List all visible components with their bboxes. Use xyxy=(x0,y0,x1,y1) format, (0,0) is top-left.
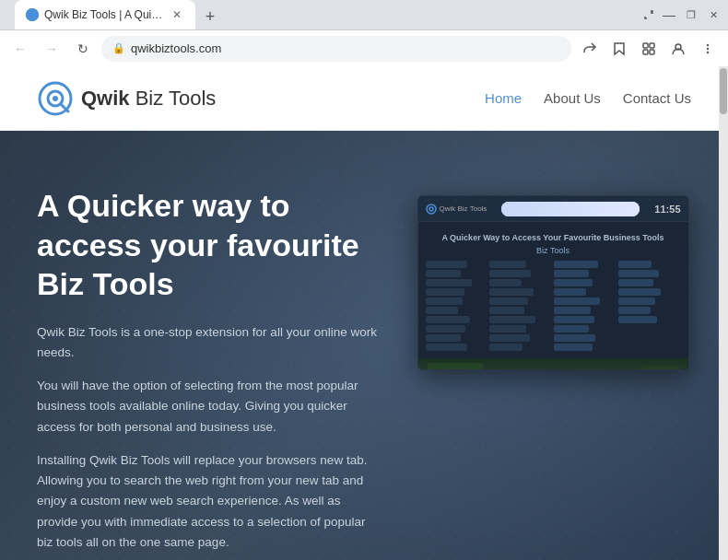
logo-normal: Biz Tools xyxy=(130,87,217,110)
window-controls: — ❐ ✕ xyxy=(643,7,721,22)
app-col-1 xyxy=(426,261,488,351)
svg-point-10 xyxy=(707,51,709,52)
svg-marker-2 xyxy=(615,43,624,54)
logo-text: Qwik Biz Tools xyxy=(81,87,216,111)
active-tab[interactable]: Qwik Biz Tools | A Quicker way t... ✕ xyxy=(15,0,195,29)
app-screenshot: Qwik Biz Tools 11:55 A Quicker Way to Ac… xyxy=(417,195,689,370)
nav-contact[interactable]: Contact Us xyxy=(623,90,691,106)
svg-point-8 xyxy=(707,43,709,45)
app-col-4 xyxy=(618,261,681,351)
hero-para2: You will have the option of selecting fr… xyxy=(37,376,378,438)
app-links-grid xyxy=(418,259,688,353)
tab-favicon xyxy=(26,8,39,21)
share-icon[interactable] xyxy=(577,36,603,62)
svg-point-1 xyxy=(30,13,34,17)
svg-point-13 xyxy=(53,96,58,101)
app-time: 11:55 xyxy=(654,204,680,215)
svg-point-15 xyxy=(427,204,436,214)
address-bar[interactable]: 🔒 qwikbiztools.com xyxy=(101,36,571,62)
nav-about[interactable]: About Us xyxy=(544,90,601,106)
expand-icon xyxy=(643,9,654,20)
refresh-button[interactable]: ↻ xyxy=(70,36,96,62)
back-button[interactable]: ← xyxy=(7,36,33,62)
hero-section: A Quicker way to access your favourite B… xyxy=(0,131,728,560)
bookmark-icon[interactable] xyxy=(606,36,632,62)
menu-icon[interactable] xyxy=(695,36,721,62)
svg-point-9 xyxy=(707,47,709,49)
site-header: Qwik Biz Tools Home About Us Contact Us xyxy=(0,66,728,131)
forward-button[interactable]: → xyxy=(39,36,65,62)
app-logo-center: Biz Tools xyxy=(418,246,688,255)
app-search-bar xyxy=(501,202,640,216)
svg-rect-4 xyxy=(650,43,654,48)
browser-frame: Qwik Biz Tools | A Quicker way t... ✕ + … xyxy=(0,0,728,560)
tab-title: Qwik Biz Tools | A Quicker way t... xyxy=(44,8,164,21)
nav-home[interactable]: Home xyxy=(485,90,522,106)
hero-left: A Quicker way to access your favourite B… xyxy=(37,186,378,560)
app-col-2 xyxy=(489,261,552,351)
profile-icon[interactable] xyxy=(665,36,691,62)
app-logo-small: Qwik Biz Tools xyxy=(426,204,487,215)
svg-rect-3 xyxy=(643,43,648,48)
svg-rect-6 xyxy=(650,50,654,54)
app-landscape xyxy=(418,358,688,370)
logo-bold: Qwik xyxy=(81,87,130,110)
logo-icon xyxy=(37,80,74,117)
title-bar: Qwik Biz Tools | A Quicker way t... ✕ + … xyxy=(0,0,728,29)
hero-para1: Qwik Biz Tools is a one-stop extension f… xyxy=(37,322,378,364)
website-viewport: Qwik Biz Tools Home About Us Contact Us … xyxy=(0,66,728,560)
url-text: qwikbiztools.com xyxy=(131,41,221,55)
site-navigation: Home About Us Contact Us xyxy=(485,90,691,106)
tab-close-button[interactable]: ✕ xyxy=(170,7,184,22)
app-top-bar: Qwik Biz Tools 11:55 xyxy=(418,196,688,222)
app-col-3 xyxy=(554,261,616,351)
close-button[interactable]: ✕ xyxy=(706,7,721,22)
new-tab-button[interactable]: + xyxy=(197,4,223,29)
hero-title: A Quicker way to access your favourite B… xyxy=(37,186,378,304)
toolbar-icons xyxy=(577,36,721,62)
scrollbar-track[interactable] xyxy=(719,66,728,560)
logo-area: Qwik Biz Tools xyxy=(37,80,216,117)
address-bar-row: ← → ↻ 🔒 qwikbiztools.com xyxy=(0,29,728,66)
hero-right: Qwik Biz Tools 11:55 A Quicker Way to Ac… xyxy=(415,195,691,560)
app-logo-label: Qwik Biz Tools xyxy=(440,204,487,213)
restore-button[interactable]: ❐ xyxy=(684,7,699,22)
app-hero-text: A Quicker Way to Access Your Favourite B… xyxy=(418,226,688,246)
svg-point-16 xyxy=(429,207,433,211)
scrollbar-thumb[interactable] xyxy=(720,68,727,114)
extensions-icon[interactable] xyxy=(636,36,662,62)
lock-icon: 🔒 xyxy=(112,42,125,54)
svg-rect-5 xyxy=(643,50,648,54)
tab-bar: Qwik Biz Tools | A Quicker way t... ✕ + xyxy=(7,0,640,29)
hero-para3: Installing Qwik Biz Tools will replace y… xyxy=(37,450,378,553)
minimize-button[interactable]: — xyxy=(662,7,676,22)
